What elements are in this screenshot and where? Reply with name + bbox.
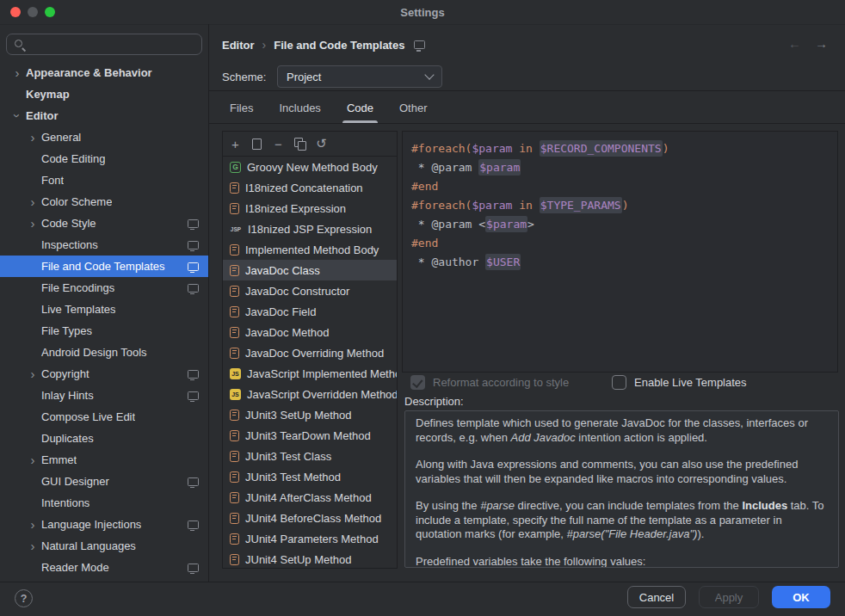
sidebar-item-file-types[interactable]: File Types <box>0 320 208 342</box>
sidebar-item-label: Android Design Tools <box>41 346 147 359</box>
add-template-icon[interactable]: + <box>225 133 246 154</box>
breadcrumb-editor[interactable]: Editor <box>222 39 255 52</box>
chevron-collapsed-icon[interactable]: › <box>24 217 41 230</box>
template-item-label: JavaDoc Overriding Method <box>245 347 384 360</box>
chevron-collapsed-icon[interactable]: › <box>24 453 41 466</box>
template-item-junit3-test-method[interactable]: JUnit3 Test Method <box>223 466 397 487</box>
template-item-label: JavaDoc Method <box>245 326 330 339</box>
sidebar-item-emmet[interactable]: ›Emmet <box>0 449 208 471</box>
template-list-panel: +−↺ GGroovy New Method BodyI18nized Conc… <box>222 131 398 569</box>
template-item-groovy-new-method-body[interactable]: GGroovy New Method Body <box>223 157 397 177</box>
ok-button[interactable]: OK <box>772 586 830 608</box>
divider <box>208 123 845 124</box>
chevron-collapsed-icon[interactable]: › <box>24 367 41 380</box>
template-item-i18nized-expression[interactable]: I18nized Expression <box>223 198 397 219</box>
sidebar-item-appearance-behavior[interactable]: ›Appearance & Behavior <box>0 62 208 83</box>
template-item-junit4-beforeclass-method[interactable]: JUnit4 BeforeClass Method <box>223 508 397 528</box>
sidebar-item-label: Language Injections <box>41 518 141 531</box>
cancel-button[interactable]: Cancel <box>627 586 686 608</box>
remove-template-icon[interactable]: − <box>268 133 289 154</box>
chevron-collapsed-icon[interactable]: › <box>24 518 41 531</box>
chevron-expanded-icon[interactable]: › <box>11 108 24 125</box>
tab-other[interactable]: Other <box>398 92 429 123</box>
sidebar-item-file-encodings[interactable]: File Encodings <box>0 277 208 299</box>
tabs: FilesIncludesCodeOther <box>228 92 429 123</box>
sidebar-item-copyright[interactable]: ›Copyright <box>0 363 208 385</box>
tab-files[interactable]: Files <box>228 92 255 123</box>
create-child-template-icon[interactable] <box>246 133 268 154</box>
sidebar-item-code-style[interactable]: ›Code Style <box>0 213 208 234</box>
template-file-icon <box>230 203 239 214</box>
chevron-collapsed-icon[interactable]: › <box>24 195 41 208</box>
template-item-i18nized-concatenation[interactable]: I18nized Concatenation <box>223 177 397 198</box>
sidebar-item-gui-designer[interactable]: GUI Designer <box>0 471 208 492</box>
sidebar-item-inspections[interactable]: Inspections <box>0 234 208 256</box>
sidebar-item-general[interactable]: ›General <box>0 126 208 148</box>
description-body[interactable]: Defines template which used to generate … <box>404 410 839 568</box>
sidebar-item-editor[interactable]: ›Editor <box>0 105 208 126</box>
template-item-junit3-test-class[interactable]: JUnit3 Test Class <box>223 446 397 466</box>
sidebar-item-color-scheme[interactable]: ›Color Scheme <box>0 191 208 213</box>
tab-code[interactable]: Code <box>345 92 375 123</box>
reformat-checkbox[interactable] <box>410 375 425 390</box>
sidebar-item-keymap[interactable]: Keymap <box>0 83 208 105</box>
template-item-implemented-method-body[interactable]: Implemented Method Body <box>223 239 397 260</box>
settings-search-field[interactable] <box>6 34 202 55</box>
template-code-editor[interactable]: #foreach($param in $RECORD_COMPONENTS) *… <box>402 131 838 373</box>
sidebar-item-intentions[interactable]: Intentions <box>0 492 208 514</box>
sidebar-item-duplicates[interactable]: Duplicates <box>0 428 208 449</box>
template-item-javascript-implemented-method[interactable]: JSJavaScript Implemented Method <box>223 363 397 384</box>
template-item-javadoc-method[interactable]: JavaDoc Method <box>223 322 397 342</box>
sidebar-item-live-templates[interactable]: Live Templates <box>0 299 208 320</box>
zoom-button[interactable] <box>45 7 55 17</box>
template-item-junit4-afterclass-method[interactable]: JUnit4 AfterClass Method <box>223 487 397 508</box>
sidebar-item-file-and-code-templates[interactable]: File and Code Templates <box>0 256 208 277</box>
apply-button[interactable]: Apply <box>699 586 759 608</box>
template-item-label: JavaScript Implemented Method <box>247 367 397 380</box>
search-input[interactable] <box>26 38 201 51</box>
reset-to-default-icon[interactable]: ↺ <box>311 133 332 154</box>
chevron-collapsed-icon[interactable]: › <box>9 66 26 79</box>
sidebar-item-language-injections[interactable]: ›Language Injections <box>0 514 208 535</box>
sidebar-item-label: Reader Mode <box>41 561 109 574</box>
template-file-icon <box>230 554 239 565</box>
template-list[interactable]: GGroovy New Method BodyI18nized Concaten… <box>223 157 397 568</box>
template-item-junit4-parameters-method[interactable]: JUnit4 Parameters Method <box>223 528 397 549</box>
template-item-junit3-setup-method[interactable]: JUnit3 SetUp Method <box>223 404 397 425</box>
template-item-junit4-setup-method[interactable]: JUnit4 SetUp Method <box>223 549 397 569</box>
sidebar-item-font[interactable]: Font <box>0 169 208 191</box>
template-item-javascript-overridden-method[interactable]: JSJavaScript Overridden Method <box>223 384 397 404</box>
sidebar-item-label: Emmet <box>41 453 77 466</box>
close-button[interactable] <box>10 7 21 17</box>
sidebar-item-code-editing[interactable]: Code Editing <box>0 148 208 169</box>
live-templates-checkbox[interactable] <box>612 375 626 390</box>
template-item-junit3-teardown-method[interactable]: JUnit3 TearDown Method <box>223 425 397 446</box>
back-icon[interactable]: ← <box>788 36 801 51</box>
sidebar-item-natural-languages[interactable]: ›Natural Languages <box>0 535 208 557</box>
sidebar-item-compose-live-edit[interactable]: Compose Live Edit <box>0 406 208 428</box>
divider <box>0 582 845 582</box>
tab-includes[interactable]: Includes <box>277 92 322 123</box>
code-line: #end <box>411 177 837 196</box>
template-item-javadoc-field[interactable]: JavaDoc Field <box>223 301 397 322</box>
copy-template-icon[interactable] <box>289 133 311 154</box>
chevron-collapsed-icon[interactable]: › <box>24 539 41 552</box>
chevron-collapsed-icon[interactable]: › <box>24 131 41 144</box>
sidebar-item-inlay-hints[interactable]: Inlay Hints <box>0 385 208 406</box>
template-file-icon <box>230 430 239 441</box>
template-file-icon <box>230 182 239 194</box>
sidebar-item-android-design-tools[interactable]: Android Design Tools <box>0 342 208 363</box>
template-item-javadoc-class[interactable]: JavaDoc Class <box>223 260 397 280</box>
minimize-button[interactable] <box>28 7 38 17</box>
sidebar-item-reader-mode[interactable]: Reader Mode <box>0 557 208 578</box>
template-item-i18nized-jsp-expression[interactable]: JSPI18nized JSP Expression <box>223 219 397 239</box>
code-line: #end <box>411 234 837 253</box>
ide-settings-monitor-icon <box>414 40 425 49</box>
ide-settings-monitor-icon <box>188 370 199 379</box>
help-button[interactable]: ? <box>15 589 33 607</box>
forward-icon[interactable]: → <box>815 36 828 51</box>
template-item-javadoc-overriding-method[interactable]: JavaDoc Overriding Method <box>223 342 397 363</box>
template-item-javadoc-constructor[interactable]: JavaDoc Constructor <box>223 280 397 301</box>
template-item-label: JUnit4 SetUp Method <box>245 553 352 566</box>
scheme-dropdown[interactable]: Project <box>277 65 442 88</box>
